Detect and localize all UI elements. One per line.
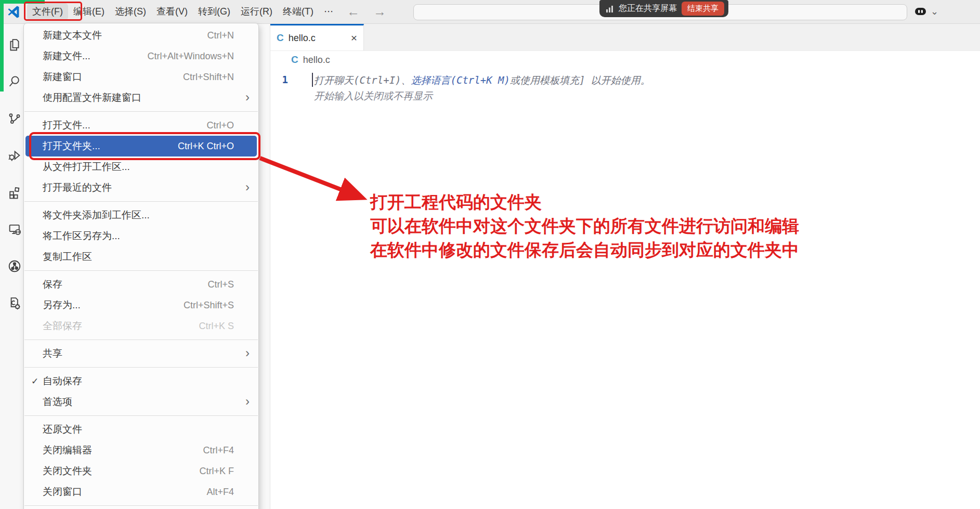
annotation-line: 打开工程代码的文件夹 xyxy=(370,190,799,214)
editor-placeholder-line2: 开始输入以关闭或不再显示 xyxy=(314,89,433,103)
title-bar: 文件(F)编辑(E)选择(S)查看(V)转到(G)运行(R)终端(T)⋯ ← →… xyxy=(0,0,980,24)
menu-item-label: 关闭编辑器 xyxy=(43,443,92,457)
menu-item-save-workspace-as[interactable]: 将工作区另存为... xyxy=(25,226,257,246)
menu-item-shortcut: Ctrl+Shift+N xyxy=(167,72,234,83)
line-number: 1 xyxy=(270,74,288,85)
editor-placeholder-line1: 打开聊天(Ctrl+I)、选择语言(Ctrl+K M)或使用模板填充] 以开始使… xyxy=(314,74,650,87)
menubar-item-selection[interactable]: 选择(S) xyxy=(110,3,151,20)
menu-item-duplicate-workspace[interactable]: 复制工作区 xyxy=(25,246,257,267)
menu-item-label: 复制工作区 xyxy=(43,250,92,264)
c-language-icon: C xyxy=(291,54,298,66)
menubar-item-file[interactable]: 文件(F) xyxy=(27,3,68,20)
menubar-item-goto[interactable]: 转到(G) xyxy=(193,3,236,20)
menu-item-shortcut: Ctrl+S xyxy=(192,279,234,290)
menu-item-open-file[interactable]: 打开文件...Ctrl+O xyxy=(25,115,257,136)
menu-item-new-window[interactable]: 新建窗口Ctrl+Shift+N xyxy=(25,67,257,87)
menubar: 文件(F)编辑(E)选择(S)查看(V)转到(G)运行(R)终端(T)⋯ xyxy=(27,3,338,20)
breadcrumb[interactable]: C hello.c xyxy=(270,51,980,69)
text-cursor xyxy=(312,73,313,87)
menu-separator xyxy=(24,415,258,416)
menu-item-label: 全部保存 xyxy=(43,319,82,333)
menu-item-shortcut: Alt+F4 xyxy=(191,487,234,498)
menu-item-label: 自动保存 xyxy=(43,374,82,388)
tab-close-icon[interactable]: × xyxy=(351,33,357,43)
menu-separator xyxy=(24,367,258,368)
menu-item-label: 关闭窗口 xyxy=(43,485,82,499)
menu-item-label: 首选项 xyxy=(43,395,72,409)
menu-item-new-file[interactable]: 新建文件...Ctrl+Alt+Windows+N xyxy=(25,46,257,67)
menubar-item-terminal[interactable]: 终端(T) xyxy=(278,3,319,20)
menu-item-label: 将工作区另存为... xyxy=(43,229,120,243)
menubar-item-more[interactable]: ⋯ xyxy=(319,3,338,20)
menu-item-label: 还原文件 xyxy=(43,423,82,436)
share-message: 您正在共享屏幕 xyxy=(619,3,677,14)
menu-item-label: 共享 xyxy=(43,347,62,360)
placeholder-pick-language-link[interactable]: 选择语言(Ctrl+K M) xyxy=(411,74,510,86)
menu-item-label: 打开文件... xyxy=(43,119,90,132)
menu-item-save-as[interactable]: 另存为...Ctrl+Shift+S xyxy=(25,295,257,316)
annotation-text: 打开工程代码的文件夹 可以在软件中对这个文件夹下的所有文件进行访问和编辑 在软件… xyxy=(370,190,799,262)
menu-item-label: 保存 xyxy=(43,278,62,291)
check-icon: ✓ xyxy=(31,376,38,387)
menu-item-label: 打开最近的文件 xyxy=(43,181,112,194)
nav-back-icon[interactable]: ← xyxy=(347,3,360,20)
menu-item-save-all[interactable]: 全部保存Ctrl+K S xyxy=(25,316,257,336)
menu-item-close-folder[interactable]: 关闭文件夹Ctrl+K F xyxy=(25,461,257,481)
menu-item-close-editor[interactable]: 关闭编辑器Ctrl+F4 xyxy=(25,440,257,461)
menu-item-label: 关闭文件夹 xyxy=(43,464,92,478)
menu-item-label: 将文件夹添加到工作区... xyxy=(43,208,150,222)
tab-label: hello.c xyxy=(289,33,316,44)
menu-item-open-workspace-from-file[interactable]: 从文件打开工作区... xyxy=(25,156,257,177)
menu-item-auto-save[interactable]: ✓自动保存 xyxy=(25,371,257,391)
menu-item-add-folder-to-workspace[interactable]: 将文件夹添加到工作区... xyxy=(25,205,257,226)
menu-separator xyxy=(24,111,258,112)
copilot-icon xyxy=(913,5,927,18)
vscode-window: 文件(F)编辑(E)选择(S)查看(V)转到(G)运行(R)终端(T)⋯ ← →… xyxy=(0,0,980,509)
end-share-button[interactable]: 结束共享 xyxy=(682,2,724,16)
menubar-item-run[interactable]: 运行(R) xyxy=(236,3,278,20)
menu-item-preferences[interactable]: 首选项› xyxy=(25,391,257,412)
menu-item-revert-file[interactable]: 还原文件 xyxy=(25,419,257,440)
menu-item-shortcut: Ctrl+K F xyxy=(184,466,234,477)
copilot-button[interactable]: ⌄ xyxy=(913,5,938,18)
signal-bars-icon xyxy=(606,5,614,13)
menu-item-label: 新建窗口 xyxy=(43,70,82,84)
chevron-down-icon: ⌄ xyxy=(931,5,938,18)
screen-share-border-left xyxy=(0,0,4,92)
menubar-item-edit[interactable]: 编辑(E) xyxy=(68,3,110,20)
menu-item-open-folder[interactable]: 打开文件夹...Ctrl+K Ctrl+O xyxy=(25,136,257,156)
menubar-item-view[interactable]: 查看(V) xyxy=(151,3,193,20)
menu-separator xyxy=(24,340,258,340)
menu-item-label: 从文件打开工作区... xyxy=(43,160,130,174)
menu-item-shortcut: Ctrl+Shift+S xyxy=(168,300,234,311)
menu-item-shortcut: Ctrl+K S xyxy=(183,321,234,332)
menu-item-label: 新建文本文件 xyxy=(43,29,102,42)
screen-share-border-top xyxy=(0,0,45,4)
menu-item-shortcut: Ctrl+K Ctrl+O xyxy=(162,141,234,152)
submenu-chevron-icon: › xyxy=(245,90,250,105)
menu-item-label: 使用配置文件新建窗口 xyxy=(43,91,141,105)
submenu-chevron-icon: › xyxy=(245,394,250,409)
annotation-line: 在软件中修改的文件保存后会自动同步到对应的文件夹中 xyxy=(370,238,799,262)
menu-item-open-recent[interactable]: 打开最近的文件› xyxy=(25,177,257,198)
menu-item-shortcut: Ctrl+O xyxy=(191,120,234,131)
menu-item-new-window-with-profile[interactable]: 使用配置文件新建窗口› xyxy=(25,87,257,108)
menu-item-shortcut: Ctrl+F4 xyxy=(187,445,234,456)
file-menu-dropdown: 新建文本文件Ctrl+N新建文件...Ctrl+Alt+Windows+N新建窗… xyxy=(23,23,259,509)
code-area[interactable]: 1 打开聊天(Ctrl+I)、选择语言(Ctrl+K M)或使用模板填充] 以开… xyxy=(270,69,980,121)
tab-hello-c[interactable]: C hello.c × xyxy=(270,24,364,50)
menu-item-save[interactable]: 保存Ctrl+S xyxy=(25,274,257,295)
menu-item-close-window[interactable]: 关闭窗口Alt+F4 xyxy=(25,481,257,502)
annotation-line: 可以在软件中对这个文件夹下的所有文件进行访问和编辑 xyxy=(370,214,799,238)
tab-strip: C hello.c × xyxy=(270,24,980,51)
editor-group: C hello.c × C hello.c 1 打开聊天(Ctrl+I)、选择语… xyxy=(270,24,980,509)
menu-item-new-text-file[interactable]: 新建文本文件Ctrl+N xyxy=(25,25,257,46)
menu-item-shortcut: Ctrl+N xyxy=(191,30,234,41)
screen-share-banner: 您正在共享屏幕 结束共享 xyxy=(599,0,728,17)
vscode-logo-icon xyxy=(6,5,21,19)
placeholder-tail: 或使用模板填充] 以开始使用。 xyxy=(510,74,650,86)
menu-item-share[interactable]: 共享› xyxy=(25,343,257,364)
nav-forward-icon[interactable]: → xyxy=(373,3,386,20)
menu-separator xyxy=(24,505,258,506)
breadcrumb-item[interactable]: hello.c xyxy=(303,55,330,66)
